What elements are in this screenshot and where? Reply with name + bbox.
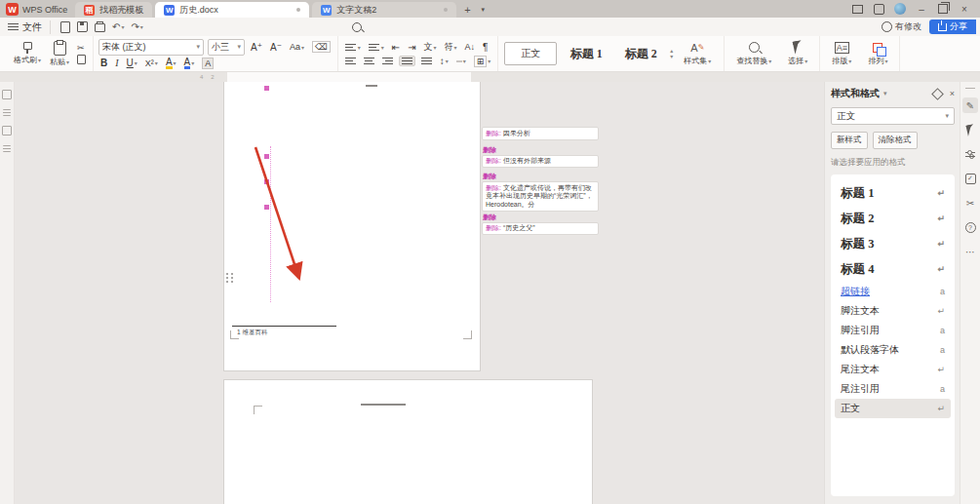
more-tools-icon[interactable]: ⋯ xyxy=(962,244,978,259)
cut-button[interactable]: ✂ xyxy=(75,43,88,53)
find-replace-button[interactable]: 查找替换▾ xyxy=(729,41,778,66)
help-icon[interactable]: ? xyxy=(962,219,978,235)
copy-button[interactable] xyxy=(75,55,88,64)
font-name-combobox[interactable]: 宋体 (正文)▾ xyxy=(98,39,204,56)
ribbon-tab[interactable] xyxy=(231,25,253,29)
align-center-button[interactable] xyxy=(362,57,376,65)
style-list-item[interactable]: 默认段落字体 a xyxy=(835,340,951,360)
bullets-button[interactable]: ▾ xyxy=(343,43,363,52)
arrange-button[interactable]: 排列▾ xyxy=(861,41,894,66)
cut-tool-icon[interactable]: ✂ xyxy=(962,195,978,211)
superscript-button[interactable]: X²▾ xyxy=(143,58,160,68)
distribute-button[interactable] xyxy=(419,57,434,65)
current-style-combobox[interactable]: 正文 ▾ xyxy=(831,107,955,125)
paragraph-drag-handle[interactable] xyxy=(226,273,234,284)
restore-button[interactable] xyxy=(938,4,948,14)
style-list-item[interactable]: 超链接 a xyxy=(835,282,951,301)
new-doc-icon[interactable] xyxy=(60,21,70,33)
ribbon-tab[interactable] xyxy=(295,25,317,29)
document-canvas[interactable]: 1 维基百科 删除:因果分析 删除 删除:但没有外部来源 删除 删除:文化遗产或… xyxy=(15,82,824,504)
style-list-item[interactable]: 尾注引用 a xyxy=(835,379,951,399)
font-size-combobox[interactable]: 小三▾ xyxy=(208,39,245,56)
style-list-item[interactable]: 脚注文本 ↵ xyxy=(835,301,951,321)
highlight-color-button[interactable]: A▾ xyxy=(164,58,178,69)
select-button[interactable]: 选择▾ xyxy=(781,41,814,66)
bold-button[interactable]: B xyxy=(98,58,109,68)
new-style-button[interactable]: 新样式 xyxy=(831,132,868,149)
tab-list-caret[interactable]: ▾ xyxy=(475,2,490,18)
document-page-2[interactable] xyxy=(224,380,592,504)
revision-balloon[interactable]: 删除 删除:但没有外部来源 xyxy=(482,146,599,169)
search-icon[interactable] xyxy=(352,22,362,32)
style-list-item[interactable]: 标题 3 ↵ xyxy=(835,231,951,256)
style-normal[interactable]: 正文 xyxy=(504,42,557,65)
revision-bar[interactable]: 删除:“历史之父” xyxy=(482,222,599,236)
revision-balloon[interactable]: 删除 删除:“历史之父” xyxy=(482,213,599,236)
avatar[interactable] xyxy=(894,3,906,15)
revision-balloon[interactable]: 删除:因果分析 xyxy=(482,127,599,140)
revision-balloon[interactable]: 删除 删除:文化遗产或传说，再带有们改竟本补出现历史早期的“光荣词汇”，Hero… xyxy=(482,173,599,212)
tab-history-docx[interactable]: W 历史.docx xyxy=(155,2,309,18)
revision-bar[interactable]: 删除:因果分析 xyxy=(482,127,599,140)
revision-bar[interactable]: 删除:但没有外部来源 xyxy=(482,155,599,169)
text-tools-button[interactable]: 文▾ xyxy=(422,41,439,54)
style-heading1[interactable]: 标题 1 xyxy=(561,43,611,64)
borders-button[interactable]: ⊞▾ xyxy=(472,56,493,67)
style-list-item[interactable]: 标题 1 ↵ xyxy=(835,180,951,206)
hamburger-icon[interactable] xyxy=(8,23,19,30)
ribbon-tab[interactable] xyxy=(253,25,274,29)
ribbon-tab[interactable] xyxy=(317,25,338,29)
style-list-item[interactable]: 正文 ↵ xyxy=(835,399,951,418)
share-button[interactable]: 分享 xyxy=(929,19,976,34)
skin-icon[interactable] xyxy=(874,4,884,15)
save-icon[interactable] xyxy=(77,21,88,32)
paste-button[interactable]: 粘贴▾ xyxy=(47,40,72,68)
style-list-item[interactable]: 标题 4 ↵ xyxy=(835,256,951,282)
footnote-text[interactable]: 1 维基百科 xyxy=(237,329,267,337)
justify-button[interactable] xyxy=(399,56,415,66)
outdent-button[interactable]: ⇤ xyxy=(390,42,402,53)
print-icon[interactable] xyxy=(95,23,105,32)
task-check-icon[interactable]: ✓ xyxy=(962,171,978,186)
sort-button[interactable]: A↓ xyxy=(463,42,478,52)
ribbon-tab[interactable] xyxy=(167,25,188,29)
sync-status[interactable]: 有修改 xyxy=(882,20,921,33)
annotate-pencil-icon[interactable]: ✎ xyxy=(962,97,978,113)
revision-bar[interactable]: 删除:文化遗产或传说，再带有们改竟本补出现历史早期的“光荣词汇”，Herodot… xyxy=(482,181,599,212)
layout-icon[interactable] xyxy=(852,5,863,14)
gallery-scroll[interactable]: ▴▾ xyxy=(670,49,673,59)
style-list-item[interactable]: 尾注文本 ↵ xyxy=(835,360,951,379)
shading-button[interactable]: ▾ xyxy=(454,58,468,64)
thumbnail-icon[interactable] xyxy=(3,145,11,152)
line-spacing-button[interactable]: ↕▾ xyxy=(438,56,451,66)
style-list-item[interactable]: 标题 2 ↵ xyxy=(835,206,951,231)
pin-icon[interactable] xyxy=(931,88,944,100)
ribbon-tab[interactable] xyxy=(274,25,295,29)
minimize-button[interactable]: – xyxy=(914,2,929,16)
style-list-item[interactable]: 脚注引用 a xyxy=(835,321,951,340)
clear-format-button[interactable]: ⌫ xyxy=(310,41,333,53)
numbering-button[interactable]: ▾ xyxy=(367,43,386,52)
format-painter-button[interactable]: 格式刷▾ xyxy=(11,41,44,66)
tab-docer-templates[interactable]: 稻 找稻壳模板 xyxy=(75,2,152,18)
char-shading-button[interactable]: A xyxy=(200,58,216,69)
style-set-button[interactable]: A✎ 样式集▾ xyxy=(677,41,718,66)
increase-font-button[interactable]: A⁺ xyxy=(249,42,264,53)
show-marks-button[interactable]: ¶ xyxy=(481,42,490,53)
close-button[interactable]: × xyxy=(957,2,972,16)
decrease-font-button[interactable]: A⁻ xyxy=(268,42,284,53)
outline-icon[interactable] xyxy=(3,109,11,116)
close-panel-icon[interactable]: × xyxy=(950,89,955,98)
italic-button[interactable]: I xyxy=(113,58,120,68)
symbol-button[interactable]: 符▾ xyxy=(443,41,459,54)
tab-text-doc2[interactable]: W 文字文稿2 xyxy=(312,2,456,18)
redo-button[interactable]: ↷▾ xyxy=(131,21,142,32)
file-menu[interactable]: 文件 xyxy=(22,20,51,34)
indent-button[interactable]: ⇥ xyxy=(406,42,417,53)
font-color-button[interactable]: A▾ xyxy=(182,58,197,69)
style-heading2[interactable]: 标题 2 xyxy=(615,43,666,64)
align-left-button[interactable] xyxy=(343,57,358,65)
align-right-button[interactable] xyxy=(380,57,395,65)
typeset-button[interactable]: A≡ 排版▾ xyxy=(825,41,858,66)
adjust-slider-icon[interactable] xyxy=(962,146,978,162)
